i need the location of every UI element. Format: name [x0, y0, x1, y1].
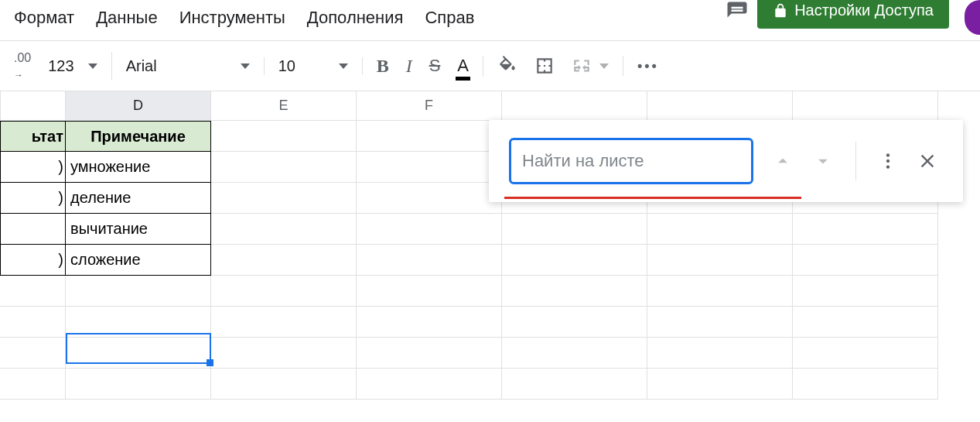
- cell[interactable]: [647, 214, 793, 245]
- cell[interactable]: [0, 338, 66, 369]
- cell[interactable]: [211, 183, 357, 214]
- cell[interactable]: [793, 214, 938, 245]
- cell[interactable]: [211, 152, 357, 183]
- more-toolbar-button[interactable]: •••: [637, 58, 659, 74]
- cell[interactable]: вычитание: [66, 214, 211, 245]
- cell[interactable]: [211, 338, 357, 369]
- cell[interactable]: [793, 245, 938, 276]
- cell[interactable]: ): [0, 152, 66, 183]
- find-next-button[interactable]: [812, 150, 834, 172]
- cell[interactable]: [66, 338, 211, 369]
- cell[interactable]: [502, 338, 647, 369]
- cell[interactable]: [502, 276, 647, 307]
- find-input[interactable]: [509, 138, 753, 184]
- cell[interactable]: [647, 245, 793, 276]
- cell[interactable]: [0, 214, 66, 245]
- cell[interactable]: деление: [66, 183, 211, 214]
- header-cell-result[interactable]: ьтат: [0, 121, 66, 152]
- col-header-i[interactable]: [793, 91, 938, 121]
- cell[interactable]: [793, 307, 938, 338]
- number-format-dropdown[interactable]: 123: [48, 57, 97, 75]
- cell[interactable]: [66, 369, 211, 400]
- cell[interactable]: [502, 369, 647, 400]
- cell[interactable]: [357, 276, 502, 307]
- cell[interactable]: [211, 121, 357, 152]
- fill-color-button[interactable]: [497, 56, 517, 76]
- comments-button[interactable]: [719, 0, 756, 23]
- cell[interactable]: [357, 307, 502, 338]
- svg-point-0: [886, 153, 890, 156]
- cell[interactable]: [211, 369, 357, 400]
- cell[interactable]: [647, 369, 793, 400]
- find-prev-button[interactable]: [772, 150, 794, 172]
- cell[interactable]: [211, 245, 357, 276]
- increase-decimal-button[interactable]: .00 →: [14, 52, 31, 80]
- menu-help[interactable]: Справ: [425, 8, 474, 28]
- divider: [855, 142, 856, 180]
- menu-tools[interactable]: Инструменты: [179, 8, 285, 28]
- font-size-dropdown[interactable]: 10: [278, 57, 348, 75]
- cell[interactable]: ): [0, 245, 66, 276]
- bold-button[interactable]: B: [377, 56, 389, 77]
- cell[interactable]: [793, 338, 938, 369]
- italic-button[interactable]: I: [406, 56, 412, 77]
- cell[interactable]: [0, 276, 66, 307]
- col-header-e[interactable]: E: [211, 91, 357, 121]
- cell[interactable]: [357, 338, 502, 369]
- cell[interactable]: ): [0, 183, 66, 214]
- strikethrough-button[interactable]: S: [429, 56, 441, 76]
- menu-format[interactable]: Формат: [14, 8, 74, 28]
- cell[interactable]: умножение: [66, 152, 211, 183]
- col-header-c[interactable]: [0, 91, 66, 121]
- cell[interactable]: [647, 276, 793, 307]
- find-close-button[interactable]: [917, 150, 938, 172]
- text-color-button[interactable]: A: [457, 56, 469, 76]
- borders-button[interactable]: [534, 56, 555, 76]
- cell[interactable]: [502, 245, 647, 276]
- menu-data[interactable]: Данные: [96, 8, 157, 28]
- font-family-dropdown[interactable]: Arial: [126, 57, 250, 75]
- cell[interactable]: [502, 214, 647, 245]
- cell[interactable]: [357, 245, 502, 276]
- cell[interactable]: [211, 307, 357, 338]
- chevron-down-icon: [599, 63, 609, 69]
- fontsize-label: 10: [278, 57, 295, 75]
- cell[interactable]: [357, 214, 502, 245]
- col-header-h[interactable]: [647, 91, 793, 121]
- cell[interactable]: [502, 307, 647, 338]
- cell[interactable]: [357, 369, 502, 400]
- cell[interactable]: [647, 338, 793, 369]
- chevron-down-icon: [241, 63, 250, 69]
- cell[interactable]: [66, 276, 211, 307]
- find-more-options-button[interactable]: [878, 151, 898, 171]
- cell[interactable]: [0, 307, 66, 338]
- menu-addons[interactable]: Дополнения: [307, 8, 404, 28]
- cell[interactable]: [211, 276, 357, 307]
- cell[interactable]: сложение: [66, 245, 211, 276]
- toolbar: .00 → 123 Arial 10 B I S A: [0, 41, 980, 91]
- col-header-g[interactable]: [502, 91, 647, 121]
- table-row: [0, 338, 980, 369]
- cell[interactable]: [66, 307, 211, 338]
- cell[interactable]: [211, 214, 357, 245]
- cell[interactable]: [793, 369, 938, 400]
- cell[interactable]: [0, 369, 66, 400]
- cell[interactable]: [357, 152, 502, 183]
- find-in-sheet-bar: [489, 120, 963, 202]
- arrow-right-icon: →: [14, 70, 23, 80]
- col-header-f[interactable]: F: [357, 91, 502, 121]
- chevron-down-icon: [339, 63, 348, 69]
- table-row: вычитание: [0, 214, 980, 245]
- precision-label: .00: [14, 52, 31, 64]
- cell[interactable]: [357, 183, 502, 214]
- table-row: [0, 307, 980, 338]
- cell[interactable]: [793, 276, 938, 307]
- font-label: Arial: [126, 57, 157, 75]
- col-header-d[interactable]: D: [66, 91, 211, 121]
- cell[interactable]: [647, 307, 793, 338]
- header-cell-note[interactable]: Примечание: [66, 121, 211, 152]
- numfmt-label: 123: [48, 57, 73, 75]
- merge-cells-button[interactable]: [572, 56, 609, 76]
- cell[interactable]: [357, 121, 502, 152]
- share-button[interactable]: Настройки Доступа: [757, 0, 949, 29]
